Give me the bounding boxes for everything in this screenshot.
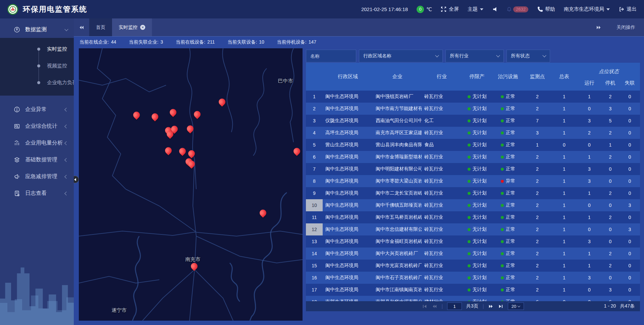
tab-scroll-right-button[interactable] [591,25,606,30]
cell-facility: 正常 [492,151,524,163]
table-row[interactable]: 1阆中生态环境局阆中强锐页岩砖厂砖瓦行业无计划正常21120 [306,91,640,103]
status-select[interactable]: 所有状态 [506,50,550,62]
cell-run: 3 [578,235,601,248]
cell-company: 阆中市江南镇阆南页岩 [373,284,422,296]
map-panel[interactable]: 巴中市南充市遂宁市 [79,48,303,321]
tab-realtime-monitor[interactable]: 实时监控 ✕ [112,18,152,36]
sidebar-item-2[interactable]: 企业综合统计 [0,118,74,134]
table-row[interactable]: 14阆中生态环境局阆中大兴页岩机砖厂砖瓦行业无计划正常21120 [306,248,640,260]
cell-stop: 2 [601,151,620,163]
cell-index: 4 [306,127,323,139]
table-row[interactable]: 6阆中生态环境局阆中市金博瑞新型墙材砖瓦行业无计划正常21120 [306,151,640,163]
cell-run: 3 [578,163,601,175]
table-row[interactable]: 17阆中生态环境局阆中市江南镇阆南页岩砖瓦行业无计划正常21030 [306,284,640,296]
cell-limit: 无计划 [462,223,492,235]
table-row[interactable]: 7阆中生态环境局阆中明阳建材有限公司砖瓦行业无计划正常21300 [306,163,640,175]
sidebar-subitem[interactable]: 企业电力负荷明细 [0,74,74,91]
layers-icon [13,156,20,163]
close-operations-button[interactable]: 关闭操作 [616,24,635,31]
region-select[interactable]: 行政区域名称 [359,50,443,62]
tab-close-icon[interactable]: ✕ [140,25,145,30]
cell-meter: 1 [551,248,578,260]
table-row[interactable]: 5营山生态环境局营山县润丰肉食品有限食品无计划正常10010 [306,139,640,151]
table-row[interactable]: 12阆中生态环境局阆中市忠信建材有限公砖瓦行业无计划正常21003 [306,223,640,235]
table-row[interactable]: 15阆中生态环境局阆中市光富页岩机砖厂砖瓦行业无计划正常21120 [306,260,640,272]
table-row[interactable]: 9阆中生态环境局阆中市二龙长宝页岩砖砖瓦行业无计划正常21120 [306,187,640,199]
cell-region: 阆中生态环境局 [323,235,373,248]
cell-facility: 正常 [492,272,524,284]
status-dot-icon [501,252,504,255]
org-dropdown[interactable]: 南充市生态环境局 [564,6,610,12]
cell-meter: 1 [551,91,578,103]
table-row[interactable]: 11阆中生态环境局阆中市五马桥页岩机砖砖瓦行业无计划正常21120 [306,211,640,223]
logout-button[interactable]: 退出 [619,6,637,12]
cell-facility: 正常 [492,91,524,103]
sidebar-subitem[interactable]: 视频监控 [0,57,74,74]
status-dot-icon [468,131,471,134]
sidebar-item-3[interactable]: 企业用电量分析 [0,134,74,151]
sidebar-subitem[interactable]: 实时监控 [0,41,74,57]
col-lost: 失联 [620,75,640,91]
sidebar-item-4[interactable]: 基础数据管理 [0,151,74,168]
tab-scroll-left-button[interactable] [74,18,89,36]
cell-limit: 无计划 [462,235,492,248]
notification-area[interactable]: 2632 [506,6,528,12]
company-name-input[interactable] [310,53,352,59]
industry-select[interactable]: 所有行业 [445,50,504,62]
last-page-button[interactable] [498,304,503,309]
cell-region: 阆中生态环境局 [323,103,373,115]
sidebar-item-1[interactable]: 企业异常 [0,101,74,118]
page-size-select[interactable]: 20 [508,303,524,310]
cell-meter: 1 [551,272,578,284]
cell-index: 5 [306,139,323,151]
cell-industry: 砖瓦行业 [422,272,462,284]
sidebar-item-0[interactable]: 数据监测 [0,21,74,38]
sidebar-item-label: 日志查看 [25,190,47,197]
cell-limit: 无计划 [462,163,492,175]
table-row[interactable]: 16阆中生态环境局阆中市石子页岩机砖厂砖瓦行业无计划正常21300 [306,272,640,284]
cell-industry: 砖瓦行业 [422,223,462,235]
cell-industry: 化工 [422,115,462,127]
table-row[interactable]: 3仪陇生态环境局西南油气田分公司川中化工无计划正常71350 [306,115,640,127]
cell-lost: 0 [620,211,640,223]
monitor-panel: 行政区域名称 所有行业 所有状态 行政区域 企业 行业 停限产 治污设施 [306,48,640,311]
first-page-button[interactable] [422,304,427,309]
cell-stop: 2 [601,187,620,199]
help-button[interactable]: 帮助 [537,6,555,12]
status-item: 当前在线企业:44 [79,39,116,45]
cell-lost: 0 [620,248,640,260]
cell-industry: 砖瓦行业 [422,248,462,260]
status-dot-icon [501,216,504,219]
sidebar-item-5[interactable]: 应急减排管理 [0,168,74,185]
mute-button[interactable] [492,6,498,12]
table-row[interactable]: 13阆中生态环境局阆中市金福旺页岩机砖砖瓦行业无计划正常21300 [306,235,640,248]
chart-icon [13,140,20,146]
table-row[interactable]: 10阆中生态环境局阆中千佛镇五郎垭页岩砖瓦行业无计划正常21003 [306,199,640,211]
company-name-input-box[interactable] [306,50,356,62]
sidebar-item-label: 数据监测 [25,26,47,33]
cell-industry: 建材行业 [422,296,462,301]
tab-bar: 首页 实时监控 ✕ 关闭操作 [74,18,644,36]
cell-index: 12 [306,223,323,235]
fullscreen-button[interactable]: 全屏 [441,6,459,12]
theme-dropdown[interactable]: 主题 [468,6,483,12]
cell-points: 2 [524,284,551,296]
sidebar-item-6[interactable]: 日志查看 [0,185,74,202]
table-row[interactable]: 18南部生态环境局南部县兴华水泥有限公建材行业无计划正常60060 [306,296,640,301]
table-row[interactable]: 4高坪生态环境局南充市高坪区王家店建砖瓦行业无计划正常31220 [306,127,640,139]
prev-page-button[interactable] [432,304,437,309]
cell-points: 7 [524,115,551,127]
cell-run: 0 [578,296,601,301]
page-input[interactable] [447,303,462,310]
next-page-button[interactable] [488,304,494,309]
status-dot-icon [501,180,504,183]
prev-page-icon [432,304,437,309]
table-row[interactable]: 8阆中生态环境局阆中市枣碧大梁山页岩砖瓦行业无计划异常21300 [306,175,640,187]
cell-index: 11 [306,211,323,223]
cell-run: 1 [578,151,601,163]
cell-region: 阆中生态环境局 [323,284,373,296]
tab-home[interactable]: 首页 [89,18,112,36]
cell-company: 阆中市光富页岩机砖厂 [373,260,422,272]
status-dot-icon [468,228,471,231]
table-row[interactable]: 2阆中生态环境局阆中市南方节能建材有砖瓦行业无计划正常21030 [306,103,640,115]
